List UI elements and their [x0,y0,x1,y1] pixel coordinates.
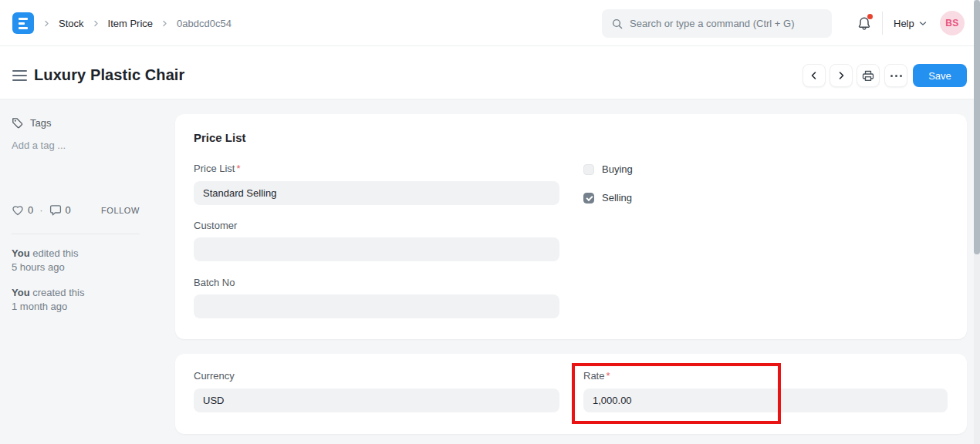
currency-input[interactable]: USD [194,388,559,412]
tags-label: Tags [30,117,51,129]
price-list-field-label: Price List* [194,163,559,174]
dot-separator: · [39,204,42,216]
add-tag-input[interactable]: Add a tag ... [12,140,66,151]
buying-checkbox-label: Buying [602,163,633,175]
follow-button[interactable]: FOLLOW [101,206,140,215]
notifications-bell-icon[interactable] [855,14,874,32]
user-avatar[interactable]: BS [940,11,965,35]
currency-field-label: Currency [194,370,559,382]
page-title: Luxury Plastic Chair [34,66,184,84]
notification-dot [867,14,873,19]
chevron-right-icon [93,20,100,27]
activity-time: 5 hours ago [12,261,78,274]
selling-checkbox[interactable] [583,193,594,204]
next-document-button[interactable] [830,64,853,87]
required-asterisk: * [606,370,610,382]
activity-actor: You [12,287,30,298]
activity-actor: You [12,247,30,259]
top-navbar: Stock Item Price 0abdcd0c54 Search or ty… [0,0,980,46]
breadcrumb-document-id[interactable]: 0abdcd0c54 [177,18,231,29]
help-label: Help [894,18,914,29]
rate-section-card: Currency USD Rate* 1,000.00 [175,354,967,434]
selling-checkbox-label: Selling [602,192,632,204]
breadcrumb-stock[interactable]: Stock [59,18,84,29]
activity-entry-edited: You edited this 5 hours ago [12,247,78,274]
chevron-right-icon [43,20,50,27]
sidebar-divider [12,234,140,234]
like-heart-icon[interactable] [12,204,24,216]
selling-checkbox-row[interactable]: Selling [583,192,632,204]
customer-input[interactable] [194,237,559,261]
tag-icon [12,117,23,129]
ellipsis-icon [890,75,902,77]
price-list-input[interactable]: Standard Selling [194,181,559,205]
breadcrumb-item-price[interactable]: Item Price [108,18,154,29]
activity-action: edited this [30,247,79,259]
save-button[interactable]: Save [913,64,967,87]
buying-checkbox[interactable] [583,164,594,175]
tags-section-header: Tags [12,117,51,129]
chevron-right-icon [161,20,168,27]
breadcrumb: Stock Item Price 0abdcd0c54 [43,0,231,46]
scrollbar-thumb[interactable] [974,0,980,254]
comment-count: 0 [66,204,71,216]
price-list-section-card: Price List Price List* Standard Selling … [175,114,967,339]
like-count: 0 [28,204,33,216]
search-icon [612,18,623,29]
batch-no-field-label: Batch No [194,277,559,288]
previous-document-button[interactable] [803,64,826,87]
section-title: Price List [194,131,246,144]
chevron-down-icon [919,21,927,26]
search-placeholder: Search or type a command (Ctrl + G) [630,18,795,29]
comment-bubble-icon[interactable] [49,204,62,216]
rate-field-label: Rate* [583,370,610,382]
batch-no-input[interactable] [194,294,559,318]
sidebar-toggle-icon[interactable] [12,70,27,81]
document-social-row: 0 · 0 FOLLOW [12,204,140,216]
search-input[interactable]: Search or type a command (Ctrl + G) [602,9,832,38]
activity-entry-created: You created this 1 month ago [12,286,84,314]
activity-time: 1 month ago [12,300,84,314]
activity-action: created this [30,287,85,298]
more-actions-button[interactable] [884,64,907,87]
customer-field-label: Customer [194,220,559,231]
help-menu[interactable]: Help [894,0,927,46]
print-button[interactable] [857,64,880,87]
buying-checkbox-row[interactable]: Buying [583,163,633,175]
navbar-divider [882,12,883,35]
rate-input[interactable]: 1,000.00 [583,388,948,412]
app-logo-icon[interactable] [12,12,34,34]
required-asterisk: * [236,163,240,174]
